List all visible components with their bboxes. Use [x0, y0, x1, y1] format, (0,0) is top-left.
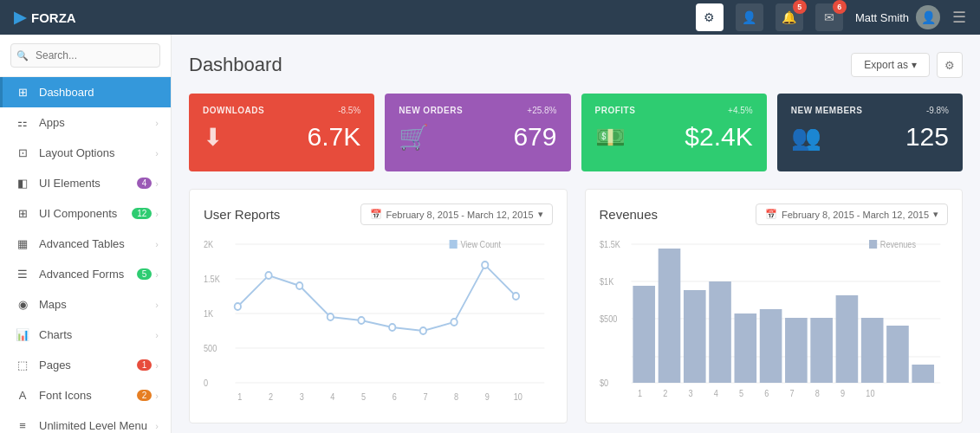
sidebar: ⊞ Dashboard ⚏ Apps › ⊡ Layout Options › … — [0, 35, 172, 433]
sidebar-item-layout-options[interactable]: ⊡ Layout Options › — [0, 138, 171, 168]
settings-button[interactable]: ⚙ — [937, 52, 963, 78]
members-icon: 👥 — [791, 123, 821, 152]
svg-point-25 — [389, 324, 395, 331]
logo-text: FORZA — [31, 10, 76, 25]
sidebar-item-label: Apps — [39, 116, 155, 129]
stat-card-header: PROFITS +4.5% — [595, 106, 753, 115]
page-title: Dashboard — [189, 54, 282, 76]
header-actions: Export as ▾ ⚙ — [851, 52, 963, 78]
svg-text:$0: $0 — [600, 378, 608, 388]
user-name: Matt Smith — [855, 11, 909, 24]
search-input[interactable] — [10, 43, 160, 68]
gear-icon: ⚙ — [944, 59, 955, 72]
svg-rect-30 — [450, 240, 458, 249]
sidebar-item-label: UI Elements — [39, 177, 137, 190]
sidebar-item-unlimited-menu[interactable]: ≡ Unlimited Level Menu › — [0, 410, 171, 433]
navbar-right: ⚙ 👤 🔔 5 ✉ 6 Matt Smith 👤 ☰ — [696, 3, 966, 31]
line-chart: 2K 1.5K 1K 500 0 1 2 3 4 5 6 7 8 — [204, 236, 553, 409]
stat-change: -9.8% — [926, 106, 949, 115]
svg-point-28 — [482, 262, 488, 268]
sidebar-item-label: Pages — [39, 359, 137, 372]
svg-text:2K: 2K — [204, 240, 214, 249]
user-reports-title: User Reports — [204, 207, 280, 222]
stat-label: NEW MEMBERS — [791, 106, 863, 115]
stats-row: DOWNLOADS -8.5% ⬇ 6.7K NEW ORDERS +25.8%… — [189, 94, 963, 171]
logo-icon: ▶ — [14, 8, 26, 27]
messages-button[interactable]: ✉ 6 — [815, 3, 843, 31]
money-icon: 💵 — [595, 123, 626, 152]
stat-card-new-orders: NEW ORDERS +25.8% 🛒 679 — [385, 94, 570, 171]
ui-components-badge: 12 — [132, 208, 152, 219]
stat-label: NEW ORDERS — [399, 106, 463, 115]
svg-rect-45 — [734, 313, 756, 383]
user-nav-button[interactable]: 👤 — [736, 3, 763, 31]
hamburger-icon[interactable]: ☰ — [952, 8, 966, 27]
stat-card-header: NEW MEMBERS -9.8% — [791, 106, 949, 115]
sidebar-item-label: Dashboard — [39, 86, 159, 99]
stat-label: PROFITS — [595, 106, 636, 115]
stat-card-header: NEW ORDERS +25.8% — [399, 106, 556, 115]
messages-badge: 6 — [833, 0, 847, 14]
chevron-right-icon: › — [155, 391, 159, 401]
svg-point-26 — [420, 327, 426, 334]
line-chart-svg: 2K 1.5K 1K 500 0 1 2 3 4 5 6 7 8 — [204, 236, 553, 409]
svg-text:$1.5K: $1.5K — [600, 240, 620, 249]
stat-change: +4.5% — [728, 106, 753, 115]
user-reports-date-range: February 8, 2015 - March 12, 2015 — [386, 210, 534, 220]
user-info: Matt Smith 👤 — [855, 5, 940, 29]
svg-point-20 — [235, 303, 241, 310]
svg-text:$1K: $1K — [600, 277, 614, 287]
pages-badge: 1 — [137, 359, 153, 371]
dropdown-icon: ▾ — [933, 209, 938, 220]
svg-rect-48 — [810, 318, 833, 383]
svg-rect-52 — [912, 365, 934, 383]
sidebar-item-label: Maps — [39, 298, 155, 311]
user-reports-date-picker[interactable]: 📅 February 8, 2015 - March 12, 2015 ▾ — [360, 204, 553, 225]
chart-header: User Reports 📅 February 8, 2015 - March … — [204, 204, 553, 225]
sidebar-item-label: Font Icons — [39, 389, 137, 402]
chevron-right-icon: › — [155, 178, 159, 189]
svg-text:500: 500 — [204, 344, 217, 353]
stat-card-downloads: DOWNLOADS -8.5% ⬇ 6.7K — [189, 94, 374, 171]
sidebar-item-dashboard[interactable]: ⊞ Dashboard — [0, 77, 171, 107]
notifications-button[interactable]: 🔔 5 — [776, 3, 803, 31]
export-button[interactable]: Export as ▾ — [851, 53, 930, 77]
svg-text:View Count: View Count — [460, 240, 501, 249]
revenues-date-range: February 8, 2015 - March 12, 2015 — [782, 210, 929, 220]
sidebar-item-label: Unlimited Level Menu — [39, 419, 155, 432]
sidebar-item-charts[interactable]: 📊 Charts › — [0, 320, 171, 350]
sidebar-item-pages[interactable]: ⬚ Pages 1 › — [0, 350, 171, 380]
sidebar-item-ui-components[interactable]: ⊞ UI Components 12 › — [0, 198, 171, 229]
sidebar-item-maps[interactable]: ◉ Maps › — [0, 289, 171, 320]
svg-text:1.5K: 1.5K — [204, 275, 220, 284]
svg-text:5: 5 — [739, 389, 743, 398]
svg-text:6: 6 — [764, 389, 769, 398]
svg-text:4: 4 — [713, 389, 718, 398]
stat-body: ⬇ 6.7K — [203, 122, 360, 152]
svg-text:4: 4 — [330, 392, 335, 402]
calendar-icon: 📅 — [370, 209, 382, 220]
svg-rect-49 — [835, 295, 858, 383]
revenues-date-picker[interactable]: 📅 February 8, 2015 - March 12, 2015 ▾ — [756, 204, 948, 225]
svg-text:0: 0 — [204, 378, 208, 388]
stat-body: 💵 $2.4K — [595, 122, 753, 152]
svg-rect-50 — [860, 318, 883, 383]
svg-point-21 — [265, 272, 271, 279]
svg-point-24 — [358, 317, 364, 324]
svg-text:3: 3 — [688, 389, 692, 398]
svg-text:7: 7 — [423, 392, 427, 402]
sidebar-item-font-icons[interactable]: A Font Icons 2 › — [0, 380, 171, 410]
sidebar-item-ui-elements[interactable]: ◧ UI Elements 4 › — [0, 168, 171, 198]
page-header: Dashboard Export as ▾ ⚙ — [189, 52, 963, 78]
sidebar-item-advanced-forms[interactable]: ☰ Advanced Forms 5 › — [0, 259, 171, 289]
navbar-left: ▶ FORZA — [14, 8, 76, 27]
svg-text:1: 1 — [637, 389, 641, 398]
settings-nav-button[interactable]: ⚙ — [696, 3, 724, 31]
sidebar-item-apps[interactable]: ⚏ Apps › — [0, 107, 171, 138]
svg-text:1: 1 — [237, 392, 242, 402]
notifications-badge: 5 — [793, 0, 807, 14]
svg-rect-46 — [759, 309, 782, 383]
sidebar-item-advanced-tables[interactable]: ▦ Advanced Tables › — [0, 229, 171, 259]
svg-rect-43 — [683, 290, 705, 383]
dashboard-icon: ⊞ — [15, 86, 30, 99]
